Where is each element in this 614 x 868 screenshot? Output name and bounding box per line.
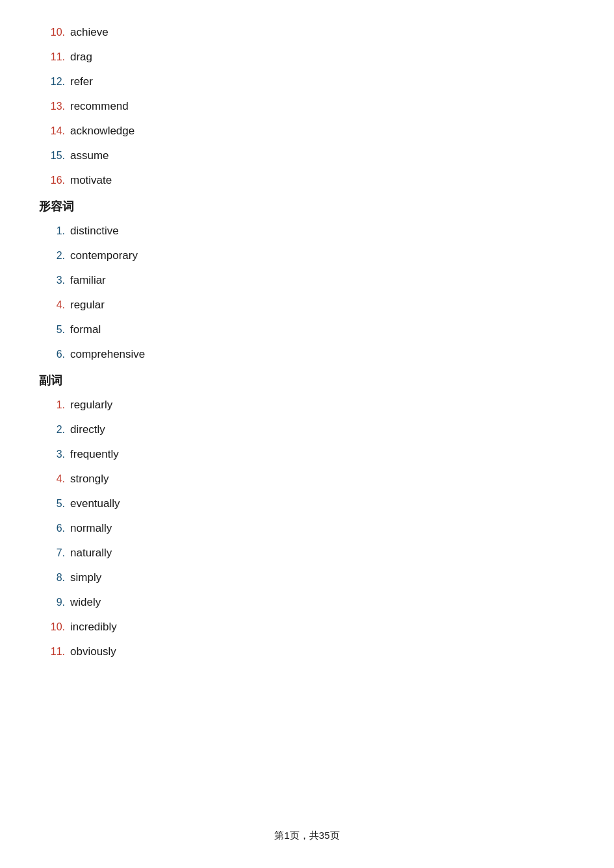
- list-item: 5.formal: [39, 323, 575, 336]
- list-item: 12.refer: [39, 75, 575, 88]
- list-item: 16.motivate: [39, 174, 575, 187]
- adverb-list: 1.regularly2.directly3.frequently4.stron…: [39, 399, 575, 658]
- list-item: 1.regularly: [39, 399, 575, 412]
- adjectives-heading: 形容词: [39, 199, 575, 214]
- list-item: 6.comprehensive: [39, 348, 575, 361]
- item-number: 3.: [39, 449, 65, 460]
- item-word: naturally: [70, 547, 112, 560]
- page: 10.achieve11.drag12.refer13.recommend14.…: [0, 0, 614, 868]
- item-number: 10.: [39, 621, 65, 633]
- item-number: 5.: [39, 498, 65, 510]
- item-word: drag: [70, 51, 92, 64]
- item-word: motivate: [70, 174, 112, 187]
- item-word: familiar: [70, 274, 106, 287]
- item-number: 11.: [39, 51, 65, 63]
- item-number: 7.: [39, 547, 65, 559]
- item-word: achieve: [70, 26, 109, 39]
- item-word: recommend: [70, 100, 129, 113]
- adjective-list: 1.distinctive2.contemporary3.familiar4.r…: [39, 225, 575, 361]
- item-number: 5.: [39, 324, 65, 336]
- list-item: 11.drag: [39, 51, 575, 64]
- item-word: refer: [70, 75, 93, 88]
- item-number: 11.: [39, 646, 65, 658]
- item-word: assume: [70, 149, 109, 162]
- item-number: 12.: [39, 76, 65, 88]
- list-item: 3.familiar: [39, 274, 575, 287]
- item-word: formal: [70, 323, 101, 336]
- item-word: directly: [70, 423, 105, 436]
- list-item: 4.strongly: [39, 473, 575, 486]
- item-number: 14.: [39, 125, 65, 137]
- item-word: widely: [70, 596, 101, 609]
- item-number: 15.: [39, 150, 65, 162]
- list-item: 6.normally: [39, 522, 575, 535]
- item-number: 4.: [39, 299, 65, 311]
- page-footer: 第1页，共35页: [0, 830, 614, 842]
- item-number: 9.: [39, 597, 65, 608]
- item-number: 1.: [39, 225, 65, 237]
- item-word: comprehensive: [70, 348, 145, 361]
- list-item: 1.distinctive: [39, 225, 575, 238]
- list-item: 9.widely: [39, 596, 575, 609]
- item-word: frequently: [70, 448, 119, 461]
- item-word: simply: [70, 571, 101, 584]
- item-word: strongly: [70, 473, 109, 486]
- item-number: 2.: [39, 424, 65, 436]
- list-item: 15.assume: [39, 149, 575, 162]
- verb-list: 10.achieve11.drag12.refer13.recommend14.…: [39, 26, 575, 187]
- list-item: 8.simply: [39, 571, 575, 584]
- item-number: 8.: [39, 572, 65, 584]
- item-word: regular: [70, 299, 105, 312]
- item-word: contemporary: [70, 249, 138, 262]
- adverbs-heading: 副词: [39, 373, 575, 388]
- item-number: 3.: [39, 275, 65, 286]
- item-number: 16.: [39, 175, 65, 186]
- item-number: 10.: [39, 27, 65, 38]
- list-item: 14.acknowledge: [39, 125, 575, 138]
- list-item: 4.regular: [39, 299, 575, 312]
- list-item: 13.recommend: [39, 100, 575, 113]
- list-item: 10.achieve: [39, 26, 575, 39]
- list-item: 7.naturally: [39, 547, 575, 560]
- list-item: 5.eventually: [39, 497, 575, 510]
- item-word: incredibly: [70, 621, 117, 634]
- item-number: 6.: [39, 523, 65, 534]
- item-word: regularly: [70, 399, 112, 412]
- item-word: eventually: [70, 497, 120, 510]
- item-number: 2.: [39, 250, 65, 262]
- item-word: distinctive: [70, 225, 119, 238]
- item-word: obviously: [70, 645, 116, 658]
- item-number: 6.: [39, 349, 65, 360]
- item-number: 1.: [39, 399, 65, 411]
- item-word: normally: [70, 522, 112, 535]
- list-item: 10.incredibly: [39, 621, 575, 634]
- list-item: 2.directly: [39, 423, 575, 436]
- list-item: 11.obviously: [39, 645, 575, 658]
- item-number: 4.: [39, 473, 65, 485]
- item-number: 13.: [39, 101, 65, 112]
- list-item: 3.frequently: [39, 448, 575, 461]
- list-item: 2.contemporary: [39, 249, 575, 262]
- item-word: acknowledge: [70, 125, 134, 138]
